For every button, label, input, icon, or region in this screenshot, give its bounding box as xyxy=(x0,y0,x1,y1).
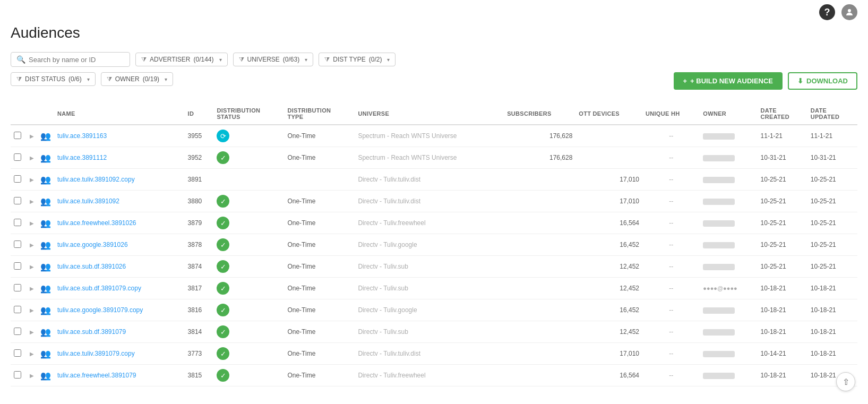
filters-row-2: ⧩ DIST STATUS (0/6) ▾ ⧩ OWNER (0/19) ▾ xyxy=(11,72,173,86)
audience-name-link[interactable]: tuliv.ace.3891112 xyxy=(57,154,107,161)
download-button[interactable]: ⬇ DOWNLOAD xyxy=(788,72,857,90)
unique-hh-header: UNIQUE HH xyxy=(642,103,700,125)
chevron-down-icon: ▾ xyxy=(87,76,90,82)
audience-name-link[interactable]: tuliv.ace.freewheel.3891079 xyxy=(57,372,136,379)
row-ott-devices-cell xyxy=(575,125,642,147)
row-name-cell: tuliv.ace.freewheel.3891079 xyxy=(54,365,185,386)
expand-cell: ▶ xyxy=(27,299,37,321)
build-new-audience-button[interactable]: + + BUILD NEW AUDIENCE xyxy=(674,72,783,90)
expand-arrow-icon[interactable]: ▶ xyxy=(30,133,34,139)
funnel-icon: ⧩ xyxy=(141,56,147,63)
row-ott-devices-cell: 17,010 xyxy=(575,343,642,365)
row-unique-hh-cell: -- xyxy=(642,191,700,212)
row-checkbox[interactable] xyxy=(14,371,21,379)
audience-name-link[interactable]: tuliv.ace.3891163 xyxy=(57,132,107,140)
funnel-icon: ⧩ xyxy=(239,56,244,63)
audience-name-link[interactable]: tuliv.ace.tuliv.3891092.copy xyxy=(57,176,135,183)
row-date-created-cell: 10-18-21 xyxy=(758,278,807,299)
row-ott-devices-cell: 12,452 xyxy=(575,321,642,343)
dist-status-header: DISTRIBUTIONSTATUS xyxy=(213,103,284,125)
universe-filter[interactable]: ⧩ UNIVERSE (0/63) ▾ xyxy=(233,53,314,66)
scroll-top-button[interactable]: ⇧ xyxy=(836,372,855,391)
table-row: ▶👥tuliv.ace.sub.df.38910263874✓One-TimeD… xyxy=(11,256,857,278)
audience-type-icon-cell: 👥 xyxy=(37,191,54,212)
row-id-cell: 3874 xyxy=(185,256,214,278)
row-date-created-cell: 10-25-21 xyxy=(758,169,807,191)
row-checkbox[interactable] xyxy=(14,306,21,313)
dist-status-filter[interactable]: ⧩ DIST STATUS (0/6) ▾ xyxy=(11,72,96,86)
row-checkbox[interactable] xyxy=(14,284,21,291)
row-dist-type-cell: One-Time xyxy=(284,212,355,234)
subscribers-header: SUBSCRIBERS xyxy=(504,103,575,125)
check-status-icon: ✓ xyxy=(217,217,229,229)
audience-group-icon: 👥 xyxy=(40,132,51,141)
expand-arrow-icon[interactable]: ▶ xyxy=(30,177,34,183)
dist-type-filter[interactable]: ⧩ DIST TYPE (0/2) ▾ xyxy=(319,53,396,66)
download-label: DOWNLOAD xyxy=(806,77,848,85)
row-dist-status-cell: ✓ xyxy=(213,191,284,212)
row-checkbox[interactable] xyxy=(14,175,21,183)
expand-arrow-icon[interactable]: ▶ xyxy=(30,264,34,270)
row-id-cell: 3879 xyxy=(185,212,214,234)
row-checkbox[interactable] xyxy=(14,153,21,161)
expand-arrow-icon[interactable]: ▶ xyxy=(30,307,34,313)
row-checkbox-cell xyxy=(11,256,27,278)
row-date-created-cell: 10-18-21 xyxy=(758,321,807,343)
expand-arrow-icon[interactable]: ▶ xyxy=(30,351,34,357)
audience-name-link[interactable]: tuliv.ace.google.3891026 xyxy=(57,241,128,248)
audience-name-link[interactable]: tuliv.ace.google.3891079.copy xyxy=(57,306,143,314)
audience-name-link[interactable]: tuliv.ace.tuliv.3891079.copy xyxy=(57,350,135,357)
row-dist-status-cell: ✓ xyxy=(213,343,284,365)
audience-name-link[interactable]: tuliv.ace.freewheel.3891026 xyxy=(57,219,136,227)
row-unique-hh-cell: -- xyxy=(642,212,700,234)
row-subscribers-cell xyxy=(504,343,575,365)
user-icon[interactable] xyxy=(841,4,857,20)
row-checkbox[interactable] xyxy=(14,197,21,204)
audience-name-link[interactable]: tuliv.ace.sub.df.3891026 xyxy=(57,263,126,270)
expand-arrow-icon[interactable]: ▶ xyxy=(30,220,34,226)
row-subscribers-cell xyxy=(504,278,575,299)
audience-name-link[interactable]: tuliv.ace.sub.df.3891079 xyxy=(57,328,126,336)
expand-arrow-icon[interactable]: ▶ xyxy=(30,199,34,204)
row-checkbox-cell xyxy=(11,125,27,147)
table-row: ▶👥tuliv.ace.google.38910263878✓One-TimeD… xyxy=(11,234,857,256)
row-id-cell: 3814 xyxy=(185,321,214,343)
expand-arrow-icon[interactable]: ▶ xyxy=(30,373,34,379)
row-subscribers-cell xyxy=(504,299,575,321)
help-icon[interactable]: ? xyxy=(819,4,835,20)
row-checkbox[interactable] xyxy=(14,328,21,335)
check-status-icon: ✓ xyxy=(217,238,229,251)
expand-arrow-icon[interactable]: ▶ xyxy=(30,242,34,248)
expand-arrow-icon[interactable]: ▶ xyxy=(30,286,34,291)
row-date-updated-cell: 10-25-21 xyxy=(807,191,857,212)
expand-arrow-icon[interactable]: ▶ xyxy=(30,329,34,335)
row-unique-hh-cell: -- xyxy=(642,343,700,365)
row-dist-status-cell: ✓ xyxy=(213,321,284,343)
owner-filter[interactable]: ⧩ OWNER (0/19) ▾ xyxy=(101,72,173,86)
audience-group-icon: 👥 xyxy=(40,371,51,380)
search-input[interactable] xyxy=(29,56,124,64)
row-checkbox[interactable] xyxy=(14,349,21,357)
audience-group-icon: 👥 xyxy=(40,153,51,162)
expand-arrow-icon[interactable]: ▶ xyxy=(30,155,34,161)
audience-name-link[interactable]: tuliv.ace.tuliv.3891092 xyxy=(57,197,119,205)
row-dist-status-cell: ⟳ xyxy=(213,125,284,147)
row-date-updated-cell: 10-25-21 xyxy=(807,234,857,256)
row-dist-type-cell: One-Time xyxy=(284,234,355,256)
row-id-cell: 3817 xyxy=(185,278,214,299)
row-checkbox[interactable] xyxy=(14,132,21,139)
check-status-icon: ✓ xyxy=(217,195,229,208)
owner-blurred-value: ●●●●●● xyxy=(703,199,735,205)
search-box[interactable]: 🔍 xyxy=(11,52,130,67)
row-checkbox[interactable] xyxy=(14,219,21,226)
top-bar: ? xyxy=(0,0,868,24)
advertiser-filter[interactable]: ⧩ ADVERTISER (0/144) ▾ xyxy=(135,53,228,66)
dist-type-header: DISTRIBUTIONTYPE xyxy=(284,103,355,125)
row-dist-status-cell: ✓ xyxy=(213,256,284,278)
row-checkbox[interactable] xyxy=(14,240,21,248)
owner-blurred-value: ●●●●●● xyxy=(703,220,735,227)
audience-name-link[interactable]: tuliv.ace.sub.df.3891079.copy xyxy=(57,285,141,292)
audience-group-icon: 👥 xyxy=(40,175,51,184)
row-checkbox[interactable] xyxy=(14,262,21,270)
table-row: ▶👥tuliv.ace.38911123952✓One-TimeSpectrum… xyxy=(11,147,857,169)
